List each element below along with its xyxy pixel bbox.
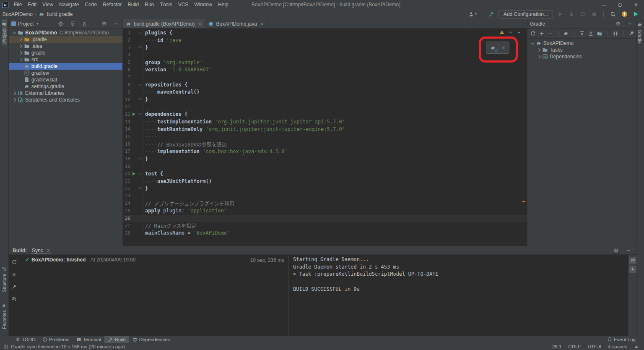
fold-close-icon[interactable] [138,157,142,160]
gradle-toolbar-wrench-icon[interactable] [628,29,634,38]
code-line-23[interactable]: 23 [123,192,527,200]
chevron-right-icon[interactable] [13,98,16,102]
unlock-icon[interactable] [634,344,639,349]
build-tool-pin-icon[interactable] [10,282,18,291]
status-caret-position[interactable]: 26:1 [552,344,561,349]
menu-view[interactable]: View [39,0,56,9]
fold-open-icon[interactable] [138,171,142,175]
status-message[interactable]: Gradle sync finished in 10 s 168 ms (20 … [11,344,125,349]
code-line-19[interactable]: 19 [123,162,527,170]
close-tab-icon[interactable]: × [197,21,202,27]
status-line-ending[interactable]: CRLF [568,344,581,349]
menu-build[interactable]: Build [125,0,142,9]
gradle-toolbar-collapse-all-icon[interactable] [588,29,594,38]
gradle-toolbar-gradle-icon[interactable] [563,29,569,38]
breadcrumb-file[interactable]: build.gradle [47,11,73,17]
code-line-25[interactable]: 25apply plugin: 'application' [123,207,527,215]
search-everywhere-button[interactable] [609,10,617,18]
ide-update-button[interactable] [620,10,628,18]
tool-stripe-structure[interactable]: Structure [2,264,7,295]
menu-edit[interactable]: Edit [25,0,39,9]
gradle-toolbar-minus-disabled-icon[interactable] [547,29,553,38]
fold-open-icon[interactable] [138,30,142,34]
console-scroll-end-button[interactable] [629,266,636,273]
warning-icon[interactable] [499,30,504,35]
code-line-14[interactable]: 14····testRuntimeOnly 'org.junit.jupiter… [123,125,527,133]
status-encoding[interactable]: UTF-8 [587,344,601,349]
gradle-toolbar-offline-icon[interactable] [612,29,618,38]
prev-problem-icon[interactable] [508,30,513,35]
run-button[interactable] [556,10,564,18]
build-tool-stop-icon[interactable] [10,270,18,279]
gradle-toolbar-expand-all-icon[interactable] [579,29,585,38]
gradle-header-gear-icon[interactable]: ⚙ [614,20,622,28]
tree-item-build-gradle[interactable]: build.gradle [9,63,122,70]
editor-tab-boxapidemo-java[interactable]: CBoxAPIDemo.java× [205,19,267,28]
code-line-17[interactable]: 17····implementation 'com.box:box-java-s… [123,148,527,155]
menu-vcs[interactable]: VCS [175,0,192,9]
add-configuration-button[interactable]: Add Configuration... [499,10,553,18]
code-line-21[interactable]: 21····useJUnitPlatform() [123,178,527,185]
user-account-button[interactable]: ▾ [468,10,477,18]
load-gradle-changes-button[interactable]: × [486,42,509,54]
build-tool-refresh-icon[interactable] [10,258,18,266]
run-gutter-icon[interactable] [132,112,135,116]
gradle-header-minimize-icon[interactable] [626,20,634,28]
code-line-6[interactable]: 6version '1.0-SNAPSHOT' [123,66,527,73]
code-line-10[interactable]: 10} [123,96,527,103]
chevron-right-icon[interactable] [19,44,22,48]
menu-window[interactable]: Window [191,0,215,9]
toolwindow-tab-todo[interactable]: TODO [12,336,39,343]
tool-stripe-project[interactable]: Project [2,19,7,45]
toolwindow-tab-problems[interactable]: Problems [39,336,73,343]
tree-item-external-libraries[interactable]: External Libraries [9,90,122,97]
close-icon[interactable]: × [46,248,50,253]
fold-close-icon[interactable] [138,46,142,49]
project-collapse-all-icon[interactable] [80,20,88,28]
project-locate-icon[interactable] [57,20,65,28]
feature-promo-button[interactable] [631,10,640,18]
coverage-button[interactable] [579,10,587,18]
code-line-4[interactable]: 4 [123,51,527,59]
project-panel-title[interactable]: Project [18,21,34,27]
build-header-gear-icon[interactable]: ⚙ [612,246,620,255]
tree-item-tasks[interactable]: Tasks [527,47,636,53]
close-window-icon[interactable]: ✕ [628,0,644,9]
code-line-26[interactable]: 26 [123,214,527,222]
editor-tab-build-gradle[interactable]: build.gradle (BoxAPIDemo)× [123,19,205,28]
restore-window-icon[interactable] [612,0,628,9]
code-line-16[interactable]: 16····// BoxJavaSDKの参照を追加 [123,140,527,148]
fold-open-icon[interactable] [138,82,142,86]
fold-close-icon[interactable] [138,98,142,101]
code-line-20[interactable]: 20test { [123,170,527,178]
tree-item-scratches-and-consoles[interactable]: Scratches and Consoles [9,97,122,103]
tree-item-gradlew[interactable]: gradlew [9,70,122,76]
gradle-toolbar-refresh-icon[interactable] [530,29,536,38]
gradle-toolbar-plus-icon[interactable] [538,29,545,38]
chevron-right-icon[interactable] [19,58,22,61]
code-line-27[interactable]: 27// Mainクラスを指定 [123,222,527,230]
project-expand-all-icon[interactable] [68,20,77,28]
run-gutter-icon[interactable] [132,172,135,175]
build-tool-eye-icon[interactable] [10,295,18,303]
tool-window-switcher-icon[interactable] [3,344,8,349]
tree-item-dependencies[interactable]: Dependencies [527,53,636,60]
tree-item-settings-gradle[interactable]: settings.gradle [9,83,122,90]
chevron-right-icon[interactable] [537,55,540,58]
breadcrumb-project[interactable]: BoxAPIDemo [3,11,33,17]
code-line-1[interactable]: 1plugins { [123,29,527,37]
menu-file[interactable]: File [11,0,25,9]
chevron-right-icon[interactable] [19,38,22,41]
tree-item-boxapidemo[interactable]: BoxAPIDemoC:¥tmp¥BoxAPIDemo [9,29,122,36]
build-result-row[interactable]: ✔ BoxAPIDemo: finished At 2024/04/09 19:… [19,255,288,263]
chevron-right-icon[interactable] [537,48,540,52]
fold-open-icon[interactable] [138,112,142,115]
toolwindow-tab-build[interactable]: Build [104,336,129,343]
toolwindow-tab-terminal[interactable]: Terminal [73,336,104,343]
code-line-7[interactable]: 7 [123,73,527,81]
dismiss-icon[interactable]: × [501,45,505,51]
code-line-24[interactable]: 24// アプリケーションプラグインを利用 [123,200,527,207]
menu-tools[interactable]: Tools [157,0,175,9]
close-tab-icon[interactable]: × [260,21,264,27]
menu-code[interactable]: Code [82,0,100,9]
